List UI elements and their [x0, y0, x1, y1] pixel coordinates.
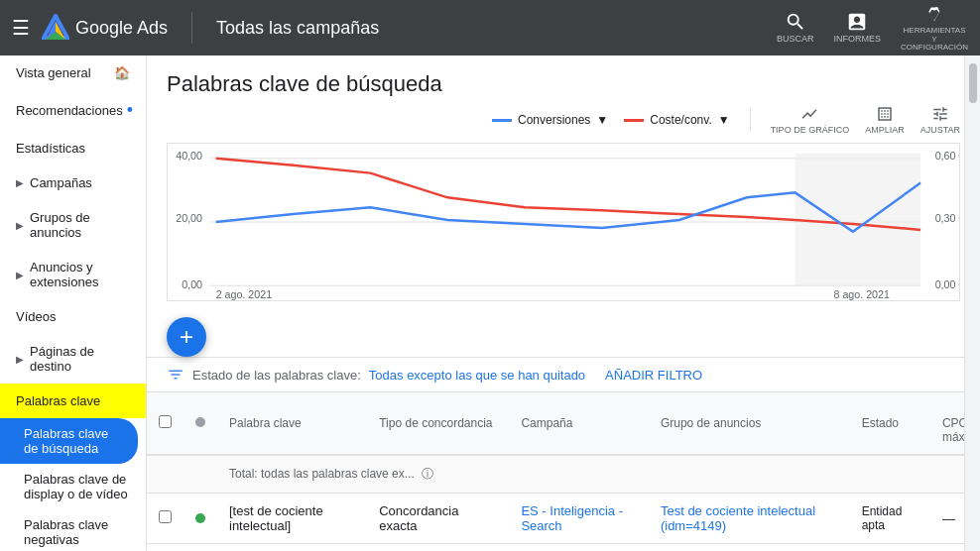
sidebar-item-estadisticas[interactable]: Estadísticas [0, 131, 146, 165]
svg-text:20,00: 20,00 [176, 212, 202, 224]
row1-campaign-link[interactable]: ES - Inteligencia - Search [521, 503, 623, 533]
keywords-table: Palabra clave Tipo de concordancia Campa… [147, 392, 980, 551]
sidebar-item-paginas-destino[interactable]: ▶ Páginas de destino [0, 334, 146, 384]
tipo-grafico-label: TIPO DE GRÁFICO [771, 125, 850, 135]
sidebar-item-videos[interactable]: Vídeos [0, 299, 146, 334]
nav-left: ☰ Google Ads Todas las campañas [12, 12, 379, 44]
sidebar-item-palabras-negativas[interactable]: Palabras clave negativas [0, 509, 146, 551]
row1-adgroup[interactable]: Test de cociente intelectual (idm=4149) [649, 494, 850, 544]
fab-add-button[interactable]: + [167, 317, 206, 357]
arrow-icon-anuncios: ▶ [16, 270, 24, 280]
adjust-icon [931, 105, 949, 123]
row1-match-type: Concordancia exacta [367, 494, 509, 544]
col-ad-group[interactable]: Grupo de anuncios [649, 392, 850, 455]
col-match-type[interactable]: Tipo de concordancia [367, 392, 509, 455]
row2-status [184, 544, 217, 552]
sidebar-label-recomendaciones: Recomendaciones [16, 103, 123, 118]
filter-bar: Estado de las palabras clave: Todas exce… [147, 357, 980, 392]
sidebar-label-videos: Vídeos [16, 309, 56, 324]
search-nav-label: BUSCAR [777, 35, 814, 45]
expand-icon [876, 105, 894, 123]
sidebar-item-palabras-busqueda[interactable]: Palabras clave de búsqueda [0, 418, 138, 464]
sidebar-label-estadisticas: Estadísticas [16, 141, 85, 156]
app-logo: Google Ads [42, 14, 168, 42]
row2-adgroup[interactable]: Test de Inteligencia (idm=4148) [649, 544, 850, 552]
chart-controls-divider [750, 108, 751, 132]
ajustar-label: AJUSTAR [920, 125, 960, 135]
legend-coste-dropdown[interactable]: ▼ [718, 113, 730, 127]
svg-text:0,00: 0,00 [182, 278, 202, 290]
nav-divider [191, 12, 192, 44]
legend-conversiones-label: Conversiones [518, 113, 590, 127]
add-filter-button[interactable]: AÑADIR FILTRO [605, 368, 702, 383]
svg-text:0,30 €: 0,30 € [935, 212, 959, 224]
scrollbar[interactable] [964, 55, 980, 551]
logo-icon [42, 14, 69, 42]
total-row-info-icon[interactable]: ⓘ [422, 467, 433, 481]
sidebar-item-palabras-display[interactable]: Palabras clave de display o de vídeo [0, 464, 146, 509]
row1-state: Entidad apta [850, 494, 930, 544]
sidebar-label-campanyas: Campañas [30, 175, 92, 190]
arrow-icon-campanyas: ▶ [16, 177, 24, 188]
sidebar-label-paginas: Páginas de destino [30, 344, 130, 374]
row2-state: Entidad apta [850, 544, 930, 552]
chart-wrapper: 40,00 20,00 0,00 0,60 € 0,30 € 0,00 € [167, 143, 960, 301]
sidebar: Vista general 🏠 Recomendaciones • Estadí… [0, 55, 147, 551]
table-row: +test de +inteligencia Concordancia ampl… [147, 544, 980, 552]
filter-icon [167, 366, 184, 384]
reports-nav-label: INFORMES [833, 35, 881, 45]
scroll-thumb [969, 63, 977, 103]
search-icon [785, 11, 806, 33]
legend-coste[interactable]: Coste/conv. ▼ [624, 113, 729, 127]
svg-text:0,60 €: 0,60 € [935, 150, 959, 162]
total-row: Total: todas las palabras clave ex... ⓘ [147, 455, 980, 494]
tools-nav-button[interactable]: HERRAMIENTAS Y CONFIGURACIÓN [901, 3, 968, 53]
content-header: Palabras clave de búsqueda [147, 55, 980, 105]
ampliar-button[interactable]: AMPLIAR [865, 105, 905, 135]
col-state-label: Estado [862, 416, 899, 430]
row1-checkbox[interactable] [159, 510, 172, 523]
chart-controls: Conversiones ▼ Coste/conv. ▼ TIPO DE GRÁ… [167, 105, 960, 135]
col-campaign-label: Campaña [521, 416, 572, 430]
sidebar-item-campanyas[interactable]: ▶ Campañas [0, 165, 146, 200]
dot-indicator: • [127, 100, 133, 121]
col-state[interactable]: Estado [850, 392, 930, 455]
total-row-text: Total: todas las palabras clave ex... [229, 467, 415, 481]
sidebar-label-palabras-negativas: Palabras clave negativas [24, 517, 108, 547]
sidebar-item-grupos-anuncios[interactable]: ▶ Grupos de anuncios [0, 200, 146, 250]
col-campaign[interactable]: Campaña [509, 392, 649, 455]
col-keyword-label: Palabra clave [229, 416, 302, 430]
tipo-grafico-button[interactable]: TIPO DE GRÁFICO [771, 105, 850, 135]
legend-line-blue [492, 119, 512, 122]
sidebar-item-vista-general[interactable]: Vista general 🏠 [0, 55, 146, 90]
legend-conversiones[interactable]: Conversiones ▼ [492, 113, 608, 127]
svg-text:0,00 €: 0,00 € [935, 278, 959, 290]
status-dot-green [195, 513, 205, 523]
sidebar-item-palabras-clave[interactable]: Palabras clave [0, 384, 146, 418]
sidebar-item-anuncios-extensiones[interactable]: ▶ Anuncios y extensiones [0, 250, 146, 299]
filter-label: Estado de las palabras clave: [192, 368, 361, 383]
arrow-icon-paginas: ▶ [16, 354, 24, 365]
search-nav-button[interactable]: BUSCAR [777, 11, 814, 45]
row1-checkbox-cell [147, 494, 184, 544]
row1-status [184, 494, 217, 544]
reports-nav-button[interactable]: INFORMES [833, 11, 881, 45]
row2-campaign[interactable]: ES - Inteligencia - Search [509, 544, 649, 552]
row2-checkbox-cell [147, 544, 184, 552]
svg-text:8 ago. 2021: 8 ago. 2021 [833, 288, 889, 300]
ajustar-button[interactable]: AJUSTAR [920, 105, 960, 135]
sidebar-label-grupos: Grupos de anuncios [30, 210, 130, 240]
col-keyword[interactable]: Palabra clave [217, 392, 367, 455]
hamburger-menu[interactable]: ☰ [12, 16, 30, 40]
select-all-checkbox[interactable] [159, 415, 172, 428]
status-header-icon [195, 417, 205, 427]
row1-adgroup-link[interactable]: Test de cociente intelectual (idm=4149) [661, 503, 815, 533]
sidebar-label-palabras-display: Palabras clave de display o de vídeo [24, 472, 128, 501]
table-row: [test de cociente intelectual] Concordan… [147, 494, 980, 544]
tools-icon [923, 3, 945, 25]
filter-value[interactable]: Todas excepto las que se han quitado [369, 368, 585, 383]
row1-campaign[interactable]: ES - Inteligencia - Search [509, 494, 649, 544]
sidebar-item-recomendaciones[interactable]: Recomendaciones • [0, 90, 146, 131]
legend-coste-label: Coste/conv. [650, 113, 711, 127]
legend-conversiones-dropdown[interactable]: ▼ [596, 113, 608, 127]
